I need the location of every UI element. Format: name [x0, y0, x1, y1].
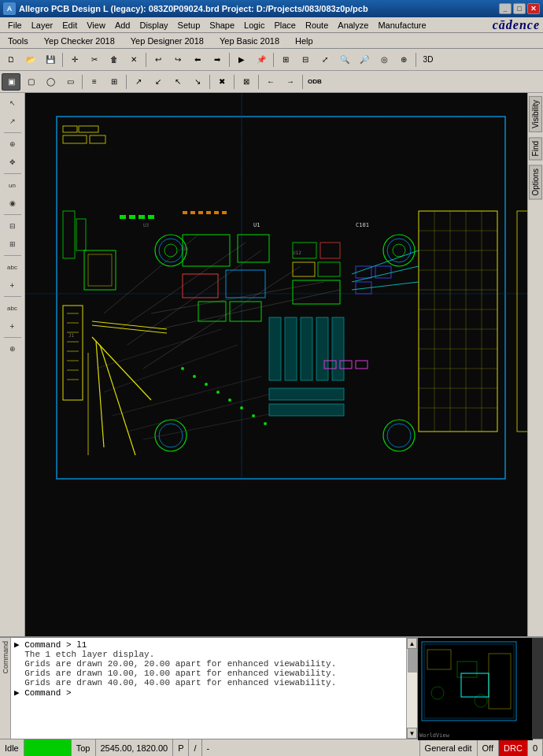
tb2-10[interactable]: ↘	[188, 73, 207, 91]
svg-text:U3: U3	[143, 222, 150, 228]
tb-crosshair[interactable]: ✛	[65, 51, 84, 69]
tb2-4[interactable]: ▭	[61, 73, 79, 91]
lt-sep-1	[4, 132, 21, 133]
maximize-button[interactable]: □	[513, 3, 526, 14]
status-drc: DRC	[499, 739, 528, 756]
menu-place[interactable]: Place	[269, 19, 301, 32]
tb2-2[interactable]: ▢	[21, 73, 40, 91]
menu-manufacture[interactable]: Manufacture	[373, 19, 430, 32]
tb-undo[interactable]: ↩	[149, 51, 168, 69]
title-bar: A Allegro PCB Design L (legacy): 083Z0P0…	[0, 0, 543, 17]
tb2-5[interactable]: ≡	[85, 73, 104, 91]
status-bar: Idle Top 2545.00, 1820.00 P / - General …	[0, 739, 543, 756]
lt-plus2[interactable]: +	[2, 317, 23, 335]
tb-zoom-out[interactable]: 🔎	[355, 51, 374, 69]
tb-open[interactable]: 📂	[21, 51, 40, 69]
lt-measure[interactable]: ⊞	[2, 235, 23, 253]
pcb-canvas-area[interactable]: U3 U5 U12 J1 U1 C101	[25, 93, 527, 636]
menu-add[interactable]: Add	[110, 19, 135, 32]
app-icon: A	[3, 2, 16, 15]
status-layer[interactable]: Top	[72, 739, 96, 756]
lt-pan[interactable]: ✥	[2, 154, 23, 171]
lt-abc1[interactable]: abc	[2, 258, 23, 276]
menu-layer[interactable]: Layer	[27, 19, 58, 32]
window-controls: _ □ ✕	[499, 3, 540, 14]
scroll-track[interactable]	[407, 649, 417, 728]
tb2-1[interactable]: ▣	[2, 73, 20, 91]
tb2-odb[interactable]: ODB	[305, 73, 324, 91]
tb-grid1[interactable]: ⊞	[276, 51, 295, 69]
scroll-up-btn[interactable]: ▲	[407, 638, 417, 649]
svg-rect-87	[214, 211, 219, 214]
svg-rect-80	[129, 215, 135, 219]
tb-zoom-fit[interactable]: ⤢	[316, 51, 334, 69]
tb-sep-3	[229, 53, 230, 67]
menu-display[interactable]: Display	[135, 19, 172, 32]
menu-shape[interactable]: Shape	[205, 19, 239, 32]
tb-xsign[interactable]: ✕	[124, 51, 143, 69]
tb-redo[interactable]: ↪	[168, 51, 187, 69]
tb-fwd[interactable]: ➡	[208, 51, 227, 69]
menu-file[interactable]: File	[3, 19, 27, 32]
main-area: ↖ ↗ ⊕ ✥ un ◉ ⊟ ⊞ abc + abc + ⊕	[0, 93, 543, 636]
svg-text:U5: U5	[183, 246, 189, 251]
menu-yep-designer[interactable]: Yep Designer 2018	[126, 35, 209, 47]
lt-minus[interactable]: ⊟	[2, 217, 23, 235]
lt-abc2[interactable]: abc	[2, 299, 23, 317]
tb2-7[interactable]: ↗	[129, 73, 148, 91]
menu-analyze[interactable]: Analyze	[333, 19, 373, 32]
tb2-11[interactable]: ✖	[212, 73, 231, 91]
tb2-3[interactable]: ◯	[41, 73, 60, 91]
tb-zoom-win[interactable]: ⊕	[394, 51, 413, 69]
lt-select[interactable]: ↖	[2, 94, 23, 112]
menu-logic[interactable]: Logic	[239, 19, 269, 32]
svg-text:C101: C101	[356, 222, 369, 228]
svg-point-96	[193, 375, 196, 378]
tb2-12[interactable]: ⊠	[237, 73, 256, 91]
close-button[interactable]: ✕	[527, 3, 540, 14]
menu-tools[interactable]: Tools	[3, 35, 33, 47]
tb2-13[interactable]: ←	[261, 73, 280, 91]
tb-delete[interactable]: 🗑	[105, 51, 124, 69]
lt-add-pin[interactable]: ⊕	[2, 340, 23, 358]
tb-run[interactable]: ▶	[232, 51, 251, 69]
lt-circle[interactable]: ◉	[2, 195, 23, 212]
tb-zoom-in[interactable]: 🔍	[335, 51, 354, 69]
tb-save[interactable]: 💾	[41, 51, 60, 69]
tb-cut[interactable]: ✂	[85, 51, 104, 69]
visibility-tab[interactable]: Visibility	[529, 96, 542, 132]
svg-point-102	[264, 422, 267, 425]
tb-new[interactable]: 🗋	[2, 51, 20, 69]
menu-yep-basic[interactable]: Yep Basic 2018	[215, 35, 284, 47]
tb-grid2[interactable]: ⊟	[296, 51, 315, 69]
lt-arrow[interactable]: ↗	[2, 113, 23, 130]
tb-pin[interactable]: 📌	[252, 51, 271, 69]
svg-rect-59	[316, 317, 328, 380]
menu-route[interactable]: Route	[301, 19, 333, 32]
menu-help[interactable]: Help	[290, 35, 318, 47]
minimize-button[interactable]: _	[499, 3, 512, 14]
options-tab[interactable]: Options	[529, 165, 542, 199]
minimap-label	[532, 638, 543, 739]
lt-zoom[interactable]: ⊕	[2, 135, 23, 153]
scroll-down-btn[interactable]: ▼	[407, 728, 417, 739]
tb-3d[interactable]: 3D	[419, 51, 438, 69]
tb-zoom-prev[interactable]: ◎	[375, 51, 393, 69]
tb2-9[interactable]: ↖	[168, 73, 187, 91]
menu-yep-checker[interactable]: Yep Checker 2018	[39, 35, 120, 47]
svg-rect-85	[198, 211, 203, 214]
tb2-8[interactable]: ↙	[149, 73, 168, 91]
console-scrollbar[interactable]: ▲ ▼	[406, 638, 417, 739]
lt-un[interactable]: un	[2, 176, 23, 194]
scroll-thumb[interactable]	[408, 649, 417, 673]
tb2-14[interactable]: →	[281, 73, 300, 91]
menu-setup[interactable]: Setup	[173, 19, 205, 32]
tb-back[interactable]: ⬅	[188, 51, 207, 69]
find-tab[interactable]: Find	[529, 137, 542, 160]
lt-plus[interactable]: +	[2, 276, 23, 294]
console-output[interactable]: ▶ Command > l1 The 1 etch layer display.…	[11, 638, 406, 739]
menu-edit[interactable]: Edit	[57, 19, 82, 32]
svg-rect-81	[139, 215, 145, 219]
menu-view[interactable]: View	[82, 19, 110, 32]
tb2-6[interactable]: ⊞	[105, 73, 124, 91]
